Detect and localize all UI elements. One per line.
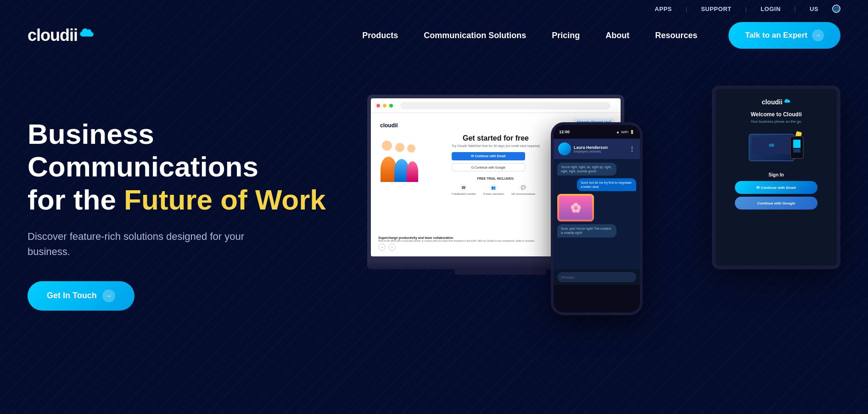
laptop-stand: [454, 269, 546, 275]
screen-feature-2-icon: 👥: [490, 184, 497, 191]
dot-green: [389, 104, 393, 108]
screen-google-button[interactable]: G Continue with Google: [452, 163, 525, 171]
phone-menu-icon[interactable]: ⋮: [629, 145, 635, 153]
tablet-screen: cloudii Welcome to Cloudii Your business…: [716, 89, 837, 266]
screen-email-button[interactable]: ✉ Continue with Email: [452, 152, 525, 160]
main-navbar: cloudii Products Communication Solutions…: [0, 17, 868, 53]
divider3: |: [795, 6, 796, 12]
signal-icon: ▲: [616, 130, 620, 134]
nav-products[interactable]: Products: [349, 26, 411, 45]
tablet-google-button[interactable]: Continue with Google: [735, 197, 818, 210]
tablet-email-button[interactable]: ✉ Continue with Email: [735, 181, 818, 194]
login-link[interactable]: LOGIN: [761, 6, 781, 12]
phone-contact-name: Laura Henderson: [574, 145, 626, 150]
hero-title-line2: for the: [28, 184, 124, 216]
tablet-mockup: cloudii Welcome to Cloudii Your business…: [712, 85, 840, 269]
tablet-illustration: ⌨: [749, 129, 804, 166]
hero-content: Business Communications for the Future o…: [28, 118, 340, 311]
get-in-touch-button[interactable]: Get In Touch →: [28, 281, 134, 311]
tablet-logo-cloud-icon: [784, 98, 791, 104]
hero-devices: cloudii Already Signed Up?: [358, 85, 840, 343]
battery-icon: 🔋: [630, 130, 634, 134]
screen-subtitle: Try Cloudli TalkNOw! free for 30 days (n…: [452, 144, 540, 147]
screen-feature-2-label: 6 team members: [483, 193, 504, 195]
msg-image: 🌸: [557, 194, 594, 221]
logo-cloud-icon: [78, 27, 95, 39]
cta-button-label: Talk to an Expert: [745, 31, 807, 40]
tab-laptop-icon: ⌨: [749, 134, 795, 161]
support-link[interactable]: SUPPORT: [701, 6, 731, 12]
phone-mockup: 12:00 ▲ WiFi 🔋 Laura Henderson Employee …: [551, 122, 643, 315]
phone-status-icons: ▲ WiFi 🔋: [616, 130, 634, 134]
screen-feature-3: 💬 1B communications: [511, 184, 535, 195]
hero-title-highlight: Future of Work: [124, 184, 326, 216]
nav-resources[interactable]: Resources: [642, 26, 710, 45]
tab-phone-mini-icon: [790, 136, 804, 159]
logo[interactable]: cloudii: [28, 26, 95, 45]
phone-input-placeholder: Message...: [561, 276, 577, 279]
nav-pricing[interactable]: Pricing: [539, 26, 593, 45]
screen-google-btn-text: G Continue with Google: [471, 166, 505, 169]
dot-yellow: [383, 104, 386, 108]
msg-image-inner: 🌸: [557, 194, 594, 221]
divider2: |: [745, 6, 746, 12]
wifi-icon: WiFi: [621, 130, 628, 134]
url-bar: [400, 102, 610, 109]
phone-status-bar: 12:00 ▲ WiFi 🔋: [554, 125, 640, 139]
screen-logo-text: cloudii: [380, 122, 398, 129]
screen-arrow-next[interactable]: ›: [388, 244, 396, 251]
phone-contact-status: Employee (remote): [574, 150, 626, 153]
tablet-logo-text: cloudii: [762, 98, 782, 106]
top-utility-bar: APPS | SUPPORT | LOGIN | US 🌐: [0, 0, 868, 17]
msg-received-2: Sure, yes! You're right! The content is …: [557, 224, 616, 237]
tablet-signin-label: Sign In: [768, 172, 784, 177]
phone-contact-info: Laura Henderson Employee (remote): [574, 145, 626, 153]
dot-red: [376, 104, 380, 108]
apps-link[interactable]: APPS: [655, 6, 672, 12]
hero-title: Business Communications for the Future o…: [28, 118, 340, 216]
screen-illustration: [378, 141, 420, 182]
tablet-subtitle: Your business phone on the go.: [750, 119, 802, 124]
msg-received-1: You're right, right, so, right up, right…: [557, 163, 616, 176]
screen-feature-1-label: 5 dedicated number: [452, 193, 476, 195]
screen-feature-3-icon: 💬: [520, 184, 527, 191]
phone-input-field[interactable]: Message...: [557, 272, 636, 282]
hero-cta-label: Get In Touch: [47, 291, 97, 301]
screen-arrow-prev[interactable]: ‹: [378, 244, 386, 251]
nav-about[interactable]: About: [593, 26, 642, 45]
screen-logo-area: cloudii: [380, 122, 398, 129]
tablet-google-btn-text: Continue with Google: [757, 201, 795, 205]
hero-title-line1: Business Communications: [28, 118, 258, 182]
screen-features: ☎ 5 dedicated number 👥 6 team members 💬: [452, 184, 540, 195]
phone-input-area: Message...: [554, 269, 640, 285]
screen-feature-2: 👥 6 team members: [483, 184, 504, 195]
cta-arrow-icon: →: [812, 29, 824, 41]
screen-nav-arrows: ‹ ›: [378, 244, 396, 251]
phone-chat-header: Laura Henderson Employee (remote) ⋮: [554, 139, 640, 159]
hero-subtitle: Discover feature-rich solutions designed…: [28, 229, 275, 259]
tablet-email-btn-text: ✉ Continue with Email: [756, 186, 796, 190]
globe-icon: 🌐: [832, 5, 840, 13]
screen-browser-header: [371, 98, 621, 113]
hero-section: Business Communications for the Future o…: [0, 53, 868, 366]
locale-link[interactable]: US: [810, 6, 818, 12]
nav-communication-solutions[interactable]: Communication Solutions: [411, 26, 539, 45]
phone-time: 12:00: [559, 130, 570, 134]
screen-free-label: FREE TRIAL INCLUDES:: [452, 177, 540, 180]
talk-to-expert-button[interactable]: Talk to an Expert →: [728, 22, 840, 49]
tablet-logo-area: cloudii: [762, 98, 790, 106]
screen-email-btn-text: ✉ Continue with Email: [471, 154, 505, 158]
phone-avatar: [558, 142, 571, 155]
tablet-title: Welcome to Cloudii: [750, 111, 801, 118]
screen-feature-3-label: 1B communications: [511, 193, 535, 195]
logo-text: cloudii: [28, 26, 78, 45]
screen-feature-1-icon: ☎: [460, 184, 467, 191]
nav-links: Products Communication Solutions Pricing…: [349, 26, 710, 45]
hero-cta-arrow-icon: →: [102, 289, 115, 302]
phone-messages: You're right, right, so, right up, right…: [554, 159, 640, 269]
divider1: |: [686, 6, 687, 12]
screen-title: Get started for free: [452, 134, 540, 142]
msg-sent-1: Sure! but let me try first to negotiate …: [577, 178, 636, 191]
screen-feature-1: ☎ 5 dedicated number: [452, 184, 476, 195]
